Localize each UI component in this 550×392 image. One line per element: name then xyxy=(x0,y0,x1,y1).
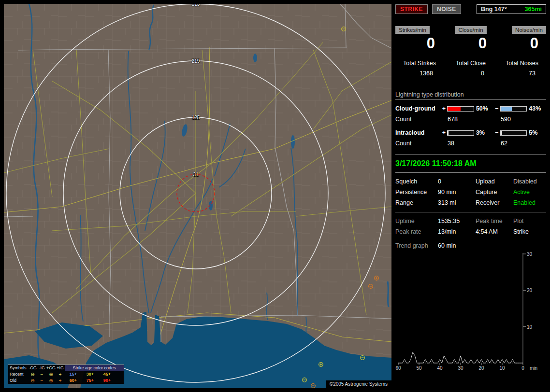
upload-status: Disabled xyxy=(513,178,546,185)
lightning-map[interactable]: 313 219 125 31 Symbols -CG -IC +CG +IC S… xyxy=(4,4,391,388)
cloud-ground-row: Cloud-ground + 50% − 43% xyxy=(395,105,546,112)
total-close-value: 0 xyxy=(447,70,495,77)
divider xyxy=(395,172,546,173)
plot-mode-value: Strike xyxy=(513,228,546,235)
ring-label-313: 313 xyxy=(187,4,204,7)
totals-row: Total Strikes 1368 Total Close 0 Total N… xyxy=(395,60,546,77)
minus-icon: − xyxy=(37,371,46,378)
copyright-text: ©2005 Astrogenic Systems xyxy=(326,380,391,388)
intracloud-row: Intracloud + 3% − 5% xyxy=(395,129,546,136)
age-code-75: 75+ xyxy=(82,378,99,384)
circle-plus-icon: ⊕ xyxy=(46,378,56,384)
distribution-title: Lightning type distribution xyxy=(395,91,546,100)
total-strikes-value: 1368 xyxy=(395,70,444,77)
uptime-label: Uptime xyxy=(395,218,438,224)
persistence-label: Persistence xyxy=(395,189,438,196)
range-label: Range xyxy=(395,199,438,206)
total-close-label: Total Close xyxy=(447,60,495,67)
peak-rate-label: Peak rate xyxy=(395,228,438,235)
receiver-label: Receiver xyxy=(476,199,513,206)
bearing-range: 365mi xyxy=(525,6,542,13)
trend-trace xyxy=(398,352,523,363)
ring-label-31: 31 xyxy=(187,172,204,177)
legend-recent-label: Recent xyxy=(8,371,28,378)
upload-label: Upload xyxy=(476,178,513,185)
circle-minus-icon: ⊖ xyxy=(28,378,37,384)
squelch-label: Squelch xyxy=(395,178,438,185)
age-code-60: 60+ xyxy=(65,378,82,384)
close-per-min-button[interactable]: Close/min xyxy=(455,26,486,34)
total-strikes-label: Total Strikes xyxy=(395,60,444,67)
intracloud-minus-pct: 5% xyxy=(529,129,546,136)
x-tick-60: 60 xyxy=(395,365,401,371)
trend-graph-header: Trend graph 60 min xyxy=(395,242,546,249)
plus-sign: + xyxy=(440,129,447,136)
x-tick-40: 40 xyxy=(437,365,443,371)
peak-time-value: 4:54 AM xyxy=(476,228,513,235)
squelch-value: 0 xyxy=(438,178,476,185)
ring-label-125: 125 xyxy=(187,115,204,120)
cloud-ground-minus-count: 590 xyxy=(501,116,511,123)
plus-sign: + xyxy=(440,105,447,112)
cloud-ground-label: Cloud-ground xyxy=(395,105,440,112)
y-tick-30: 30 xyxy=(527,252,533,257)
strike-toggle-button[interactable]: STRIKE xyxy=(395,4,428,14)
minus-icon: − xyxy=(37,378,46,384)
trend-window-value: 60 min xyxy=(438,242,546,249)
age-code-15: 15+ xyxy=(65,371,82,378)
noises-per-min-button[interactable]: Noises/min xyxy=(512,26,546,34)
strikes-per-min-value: 0 xyxy=(395,35,443,52)
intracloud-plus-pct: 3% xyxy=(476,129,493,136)
receiver-status: Enabled xyxy=(513,199,546,206)
minus-sign: − xyxy=(493,105,500,112)
y-tick-20: 20 xyxy=(527,288,533,293)
cloud-ground-minus-bar xyxy=(500,106,527,112)
cloud-ground-plus-pct: 50% xyxy=(476,105,493,112)
range-value: 313 mi xyxy=(438,199,476,206)
system-clock: 3/17/2026 11:50:18 AM xyxy=(395,159,546,168)
noise-toggle-button[interactable]: NOISE xyxy=(432,4,461,14)
trend-graph-label: Trend graph xyxy=(395,242,438,249)
total-noises-value: 73 xyxy=(498,70,546,77)
capture-label: Capture xyxy=(476,189,513,196)
minus-sign: − xyxy=(493,129,500,136)
count-label: Count xyxy=(395,140,448,147)
intracloud-label: Intracloud xyxy=(395,129,440,136)
legend-col-cg-minus: -CG xyxy=(28,365,37,371)
capture-status: Active xyxy=(513,189,546,196)
bearing-readout: Bng 147° 365mi xyxy=(477,4,546,14)
count-label: Count xyxy=(395,116,448,123)
uptime-grid: Uptime 1535:35 Peak time Plot Peak rate … xyxy=(395,218,546,235)
legend-old-label: Old xyxy=(8,378,28,384)
intracloud-count-row: Count 38 62 xyxy=(395,140,546,147)
strikes-per-min-button[interactable]: Strikes/min xyxy=(395,26,430,34)
peak-time-label: Peak time xyxy=(476,218,513,224)
persistence-value: 90 min xyxy=(438,189,476,196)
x-tick-20: 20 xyxy=(478,365,484,371)
circle-plus-icon: ⊕ xyxy=(46,371,56,378)
panel-toolbar: STRIKE NOISE Bng 147° 365mi xyxy=(395,4,546,14)
settings-grid: Squelch 0 Upload Disabled Persistence 90… xyxy=(395,178,546,206)
uptime-value: 1535:35 xyxy=(438,218,476,224)
legend-age-header: Strike age color codes xyxy=(65,365,124,371)
age-code-45: 45+ xyxy=(99,371,116,378)
ring-label-219: 219 xyxy=(187,58,204,64)
circle-minus-icon: ⊖ xyxy=(28,371,37,378)
status-panel: STRIKE NOISE Bng 147° 365mi Strikes/min … xyxy=(395,0,546,392)
divider xyxy=(395,212,546,212)
noises-per-min-value: 0 xyxy=(499,35,546,52)
trend-graph: 60 50 40 30 20 10 0 min 30 20 10 xyxy=(395,251,546,373)
age-code-90: 90+ xyxy=(99,378,116,384)
plus-icon: + xyxy=(56,371,65,378)
divider xyxy=(395,154,546,155)
intracloud-plus-count: 38 xyxy=(448,140,501,147)
peak-rate-value: 13/min xyxy=(438,228,476,235)
plot-label: Plot xyxy=(513,218,546,224)
close-per-min-value: 0 xyxy=(447,35,494,52)
cloud-ground-plus-bar xyxy=(447,106,474,112)
x-tick-10: 10 xyxy=(499,365,505,371)
bearing-value: Bng 147° xyxy=(481,6,507,13)
x-tick-30: 30 xyxy=(458,365,463,371)
x-axis-unit: min xyxy=(530,365,537,371)
age-code-30: 30+ xyxy=(82,371,99,378)
